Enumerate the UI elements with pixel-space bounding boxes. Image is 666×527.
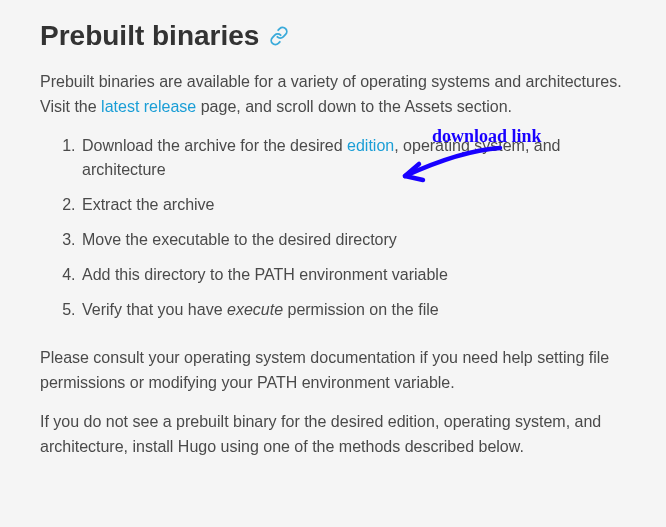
paragraph-fallback: If you do not see a prebuilt binary for … [40,410,626,460]
edition-link[interactable]: edition [347,137,394,154]
step-5-em: execute [227,301,283,318]
paragraph-permissions: Please consult your operating system doc… [40,346,626,396]
step-3: Move the executable to the desired direc… [80,228,626,253]
latest-release-link[interactable]: latest release [101,98,196,115]
anchor-link-icon[interactable] [269,26,289,46]
intro-suffix: page, and scroll down to the Assets sect… [196,98,512,115]
step-5-prefix: Verify that you have [82,301,227,318]
section-heading: Prebuilt binaries [40,20,626,52]
intro-paragraph: Prebuilt binaries are available for a va… [40,70,626,120]
install-steps-list: Download the archive for the desired edi… [40,134,626,323]
step-1-prefix: Download the archive for the desired [82,137,347,154]
step-1: Download the archive for the desired edi… [80,134,626,184]
heading-text: Prebuilt binaries [40,20,259,52]
step-5-suffix: permission on the file [283,301,439,318]
step-5: Verify that you have execute permission … [80,298,626,323]
step-4: Add this directory to the PATH environme… [80,263,626,288]
document-page: Prebuilt binaries Prebuilt binaries are … [0,0,666,494]
step-2: Extract the archive [80,193,626,218]
